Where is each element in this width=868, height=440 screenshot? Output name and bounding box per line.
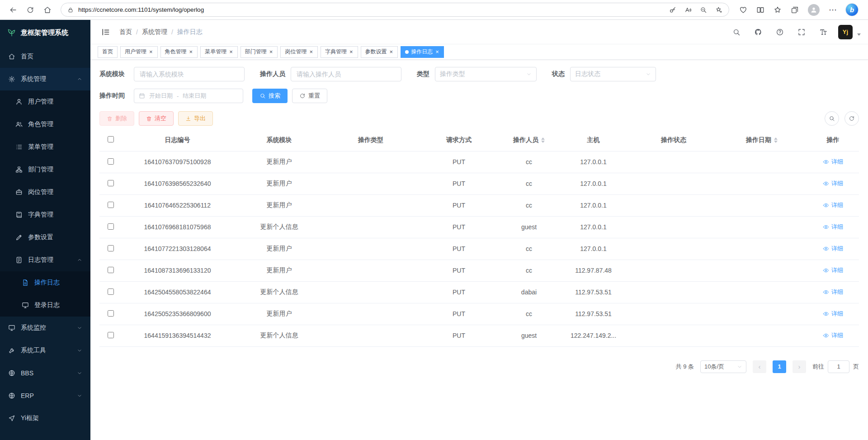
operator-input[interactable]: [291, 67, 401, 81]
detail-link[interactable]: 详细: [823, 266, 843, 274]
date-range-picker[interactable]: 开始日期 - 结束日期: [134, 89, 243, 103]
browser-essentials-icon[interactable]: [739, 6, 747, 14]
tab-user-management[interactable]: 用户管理×: [120, 46, 158, 58]
select-all-checkbox[interactable]: [108, 136, 114, 142]
split-screen-icon[interactable]: [756, 6, 764, 14]
url-text[interactable]: https://ccnetcore.com:1101/system/log/op…: [78, 6, 665, 13]
tab-close-icon[interactable]: ×: [229, 49, 233, 55]
tab-close-icon[interactable]: ×: [189, 49, 193, 55]
browser-back-button[interactable]: [5, 2, 21, 18]
row-checkbox[interactable]: [108, 267, 114, 273]
browser-home-button[interactable]: [40, 2, 55, 18]
sidebar-item-role-management[interactable]: 角色管理: [0, 113, 90, 136]
user-menu-caret-icon[interactable]: [857, 33, 861, 36]
sidebar-item-login-log[interactable]: 登录日志: [0, 294, 90, 317]
row-checkbox[interactable]: [108, 332, 114, 338]
fullscreen-icon[interactable]: [795, 25, 808, 39]
detail-link[interactable]: 详细: [823, 288, 843, 296]
breadcrumb-home[interactable]: 首页: [119, 28, 132, 36]
github-icon[interactable]: [751, 25, 765, 39]
browser-more-icon[interactable]: ⋯: [829, 6, 837, 14]
reset-button[interactable]: 重置: [292, 89, 327, 103]
status-select[interactable]: 日志状态: [570, 67, 656, 81]
read-aloud-icon[interactable]: [684, 6, 692, 14]
tab-close-icon[interactable]: ×: [269, 49, 274, 55]
sidebar-item-post-management[interactable]: 岗位管理: [0, 181, 90, 203]
tab-menu-management[interactable]: 菜单管理×: [200, 46, 238, 58]
detail-link[interactable]: 详细: [823, 158, 843, 166]
browser-refresh-button[interactable]: [23, 2, 38, 18]
col-date[interactable]: 操作日期: [717, 129, 807, 151]
sort-icons[interactable]: [774, 137, 778, 143]
profile-avatar[interactable]: [808, 4, 820, 16]
detail-link[interactable]: 详细: [823, 331, 843, 340]
favorites-icon[interactable]: [774, 6, 782, 14]
row-checkbox[interactable]: [108, 245, 114, 251]
user-avatar[interactable]: Yj: [838, 25, 853, 39]
address-bar[interactable]: https://ccnetcore.com:1101/system/log/op…: [61, 3, 729, 17]
sidebar-item-system-monitor[interactable]: 系统监控: [0, 317, 90, 339]
toggle-search-button[interactable]: [825, 111, 839, 126]
next-page-button[interactable]: ›: [793, 360, 806, 373]
sidebar-item-system-management[interactable]: 系统管理: [0, 68, 90, 90]
tab-close-icon[interactable]: ×: [389, 49, 394, 55]
sidebar-item-erp[interactable]: ERP: [0, 384, 90, 407]
export-button[interactable]: 导出: [178, 111, 213, 126]
type-select[interactable]: 操作类型: [435, 67, 537, 81]
row-checkbox[interactable]: [108, 223, 114, 230]
detail-link[interactable]: 详细: [823, 310, 843, 318]
sidebar-item-operation-log[interactable]: 操作日志: [0, 271, 90, 294]
tab-post-management[interactable]: 岗位管理×: [280, 46, 318, 58]
goto-page-input[interactable]: [828, 360, 849, 373]
tab-close-icon[interactable]: ×: [435, 49, 439, 55]
tab-dict-management[interactable]: 字典管理×: [321, 46, 358, 58]
sidebar-item-param-settings[interactable]: 参数设置: [0, 226, 90, 249]
sidebar-item-dept-management[interactable]: 部门管理: [0, 158, 90, 181]
sidebar-item-dict-management[interactable]: 字典管理: [0, 203, 90, 226]
tab-close-icon[interactable]: ×: [349, 49, 354, 55]
refresh-table-button[interactable]: [844, 111, 859, 126]
tab-close-icon[interactable]: ×: [309, 49, 313, 55]
font-size-icon[interactable]: [816, 25, 830, 39]
detail-link[interactable]: 详细: [823, 180, 843, 188]
col-operator[interactable]: 操作人员: [502, 129, 556, 151]
tab-dept-management[interactable]: 部门管理×: [241, 46, 278, 58]
detail-link[interactable]: 详细: [823, 201, 843, 209]
tab-param-settings[interactable]: 参数设置×: [361, 46, 398, 58]
sidebar-item-user-management[interactable]: 用户管理: [0, 90, 90, 113]
clear-button[interactable]: 清空: [139, 111, 174, 126]
sidebar-item-yi-framework[interactable]: Yi框架: [0, 407, 90, 430]
collections-icon[interactable]: [791, 6, 799, 14]
page-size-select[interactable]: 10条/页: [700, 360, 746, 373]
delete-button[interactable]: 删除: [99, 111, 134, 126]
prev-page-button[interactable]: ‹: [753, 360, 766, 373]
sidebar-item-home[interactable]: 首页: [0, 45, 90, 68]
row-checkbox[interactable]: [108, 180, 114, 186]
zoom-out-icon[interactable]: [700, 6, 707, 14]
copilot-bing-icon[interactable]: b: [846, 4, 858, 16]
sidebar-item-log-management[interactable]: 日志管理: [0, 249, 90, 271]
detail-link[interactable]: 详细: [823, 223, 843, 231]
help-icon[interactable]: [773, 25, 787, 39]
add-favorite-icon[interactable]: [715, 6, 722, 14]
row-checkbox[interactable]: [108, 310, 114, 317]
sort-icons[interactable]: [541, 137, 545, 143]
site-info-lock-icon[interactable]: [67, 7, 74, 13]
row-checkbox[interactable]: [108, 202, 114, 208]
sidebar-item-bbs[interactable]: BBS: [0, 362, 90, 384]
tab-operation-log[interactable]: 操作日志×: [401, 46, 444, 58]
sidebar-item-system-tools[interactable]: 系统工具: [0, 339, 90, 362]
tab-close-icon[interactable]: ×: [149, 49, 153, 55]
password-key-icon[interactable]: [669, 6, 676, 14]
sidebar-item-menu-management[interactable]: 菜单管理: [0, 136, 90, 158]
detail-link[interactable]: 详细: [823, 245, 843, 253]
tab-home[interactable]: 首页: [98, 46, 118, 58]
search-button[interactable]: 搜索: [252, 89, 288, 103]
breadcrumb-system-management[interactable]: 系统管理: [142, 28, 167, 36]
row-checkbox[interactable]: [108, 289, 114, 295]
collapse-sidebar-button[interactable]: [98, 24, 114, 40]
row-checkbox[interactable]: [108, 158, 114, 165]
module-input[interactable]: [134, 67, 245, 81]
page-1-button[interactable]: 1: [773, 360, 786, 373]
tab-role-management[interactable]: 角色管理×: [160, 46, 198, 58]
